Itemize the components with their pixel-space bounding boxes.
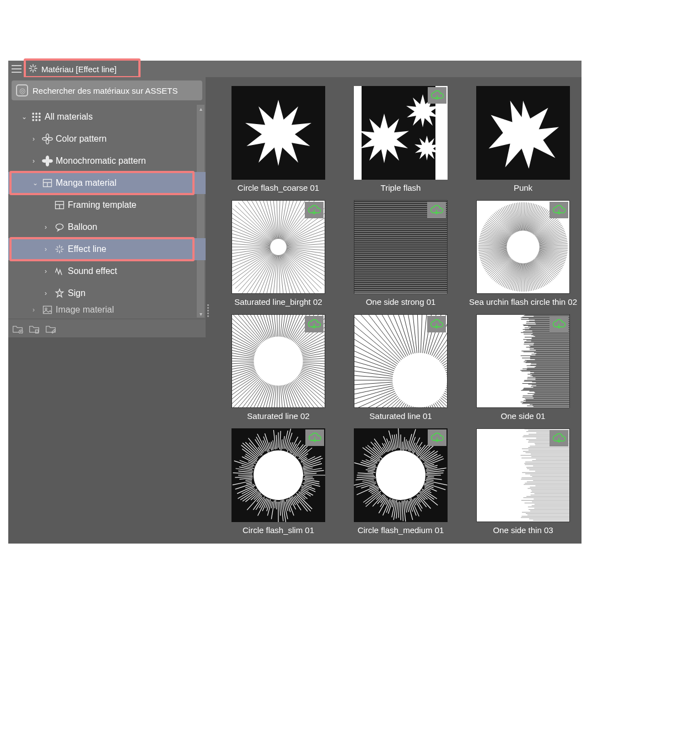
chevron-icon[interactable]: ›: [45, 223, 52, 231]
svg-line-84: [232, 252, 272, 282]
svg-line-55: [286, 251, 325, 275]
new-folder-icon[interactable]: [12, 322, 24, 335]
sparkle-icon: [53, 244, 66, 255]
thumbnail-item[interactable]: Circle flash_slim 01: [223, 428, 333, 535]
svg-line-589: [354, 314, 402, 360]
thumbnail-item[interactable]: One side thin 03: [468, 428, 578, 535]
cloud-download-icon[interactable]: [550, 316, 568, 332]
sound-icon: [53, 266, 66, 277]
tree-item-effect-line[interactable]: ›Effect line: [8, 238, 206, 260]
cloud-download-icon[interactable]: [550, 430, 568, 447]
tree-item-framing-template[interactable]: Framing template: [8, 194, 206, 216]
sparkle2-icon: [53, 288, 66, 299]
thumbnail-preview: [231, 314, 325, 408]
svg-line-572: [354, 389, 394, 408]
tree-item-label: Monochromatic pattern: [56, 156, 146, 166]
svg-line-803: [239, 478, 252, 480]
edit-folder-icon[interactable]: [45, 322, 57, 335]
svg-line-529: [303, 353, 325, 358]
tree-item-label: Sign: [68, 288, 85, 298]
svg-line-837: [281, 439, 282, 450]
svg-line-6: [30, 69, 32, 71]
chevron-icon[interactable]: ›: [45, 245, 52, 253]
tree-item-all-materials[interactable]: ⌄All materials: [8, 106, 206, 128]
thumbnail-preview: [354, 428, 448, 522]
svg-line-471: [232, 368, 255, 380]
svg-line-78: [249, 254, 274, 294]
svg-line-449: [277, 385, 278, 408]
chevron-icon[interactable]: ⌄: [33, 179, 40, 187]
tree-item-sound-effect[interactable]: ›Sound effect: [8, 260, 206, 282]
svg-line-584: [354, 329, 396, 368]
svg-line-119: [281, 200, 293, 239]
cloud-download-icon[interactable]: [550, 202, 568, 218]
thumbnail-label: Saturated line 02: [223, 411, 333, 421]
svg-line-555: [416, 407, 419, 408]
svg-line-96: [232, 234, 271, 245]
tree-item-label: Color pattern: [56, 134, 107, 144]
tree-item-manga-material[interactable]: ⌄Manga material: [8, 172, 206, 194]
tree-item-label: Framing template: [68, 200, 137, 210]
thumbnail-item[interactable]: Sea urchin flash circle thin 02: [468, 200, 578, 307]
svg-line-335: [480, 250, 507, 256]
panel-body: ◎ Rechercher des matériaux sur ASSETS ▴ …: [8, 77, 581, 544]
resize-handle[interactable]: [207, 304, 211, 317]
thumbnail-item[interactable]: Triple flash: [346, 86, 456, 192]
thumbnail-item[interactable]: Circle flash_coarse 01: [223, 86, 333, 192]
svg-line-474: [232, 364, 254, 368]
svg-line-978: [423, 455, 440, 464]
grid-icon: [30, 111, 42, 122]
svg-line-573: [354, 388, 394, 408]
cloud-download-icon[interactable]: [305, 316, 324, 332]
chevron-icon[interactable]: ›: [45, 289, 52, 297]
thumbnail-item[interactable]: Circle flash_medium 01: [346, 428, 456, 535]
svg-line-455: [255, 384, 270, 408]
svg-point-16: [39, 120, 41, 121]
tree-item-color-pattern[interactable]: ›Color pattern: [8, 128, 206, 150]
svg-line-779: [271, 502, 273, 508]
thumbnail-item[interactable]: Saturated line_birght 02: [223, 200, 333, 307]
chevron-icon[interactable]: ⌄: [21, 113, 29, 121]
tree-item-image-material[interactable]: ›Image material: [8, 304, 206, 315]
tree-item-monochromatic-pattern[interactable]: ›Monochromatic pattern: [8, 150, 206, 172]
svg-line-469: [232, 370, 256, 386]
svg-line-62: [283, 254, 311, 294]
cloud-download-icon[interactable]: [427, 316, 446, 332]
thumbnail-item[interactable]: Saturated line 01: [346, 314, 456, 421]
thumbnail-item[interactable]: Saturated line 02: [223, 314, 333, 421]
svg-line-375: [514, 203, 520, 231]
thumbnail-preview: [231, 86, 325, 180]
tree-item-sign[interactable]: ›Sign: [8, 282, 206, 304]
tree-item-balloon[interactable]: ›Balloon: [8, 216, 206, 238]
svg-line-65: [282, 255, 301, 294]
cloud-download-icon[interactable]: [305, 202, 324, 218]
cloud-download-icon[interactable]: [305, 429, 324, 446]
cloud-download-icon[interactable]: [427, 202, 446, 218]
chevron-icon[interactable]: ›: [45, 267, 52, 275]
svg-line-959: [403, 437, 405, 450]
chevron-icon[interactable]: ›: [33, 157, 40, 165]
cloud-download-icon[interactable]: [428, 87, 446, 104]
delete-folder-icon[interactable]: [28, 322, 40, 335]
thumbnail-item[interactable]: One side 01: [468, 314, 578, 421]
svg-line-79: [245, 254, 273, 294]
svg-line-551: [427, 407, 446, 408]
svg-line-448: [279, 385, 280, 408]
svg-line-481: [232, 343, 255, 354]
svg-line-945: [374, 439, 385, 453]
svg-line-483: [232, 336, 256, 352]
menu-icon[interactable]: [12, 65, 21, 73]
thumbnail-item[interactable]: Punk: [468, 86, 578, 192]
svg-line-67: [281, 255, 293, 294]
chevron-icon[interactable]: ›: [33, 135, 40, 143]
chevron-icon[interactable]: ›: [33, 306, 40, 314]
svg-line-976: [423, 451, 438, 460]
svg-line-51: [286, 249, 325, 260]
svg-line-536: [446, 388, 447, 408]
svg-line-524: [301, 336, 325, 352]
cloud-download-icon[interactable]: [428, 429, 446, 446]
thumbnail-item[interactable]: One side strong 01: [346, 200, 456, 307]
svg-line-951: [390, 441, 393, 451]
assets-search-button[interactable]: ◎ Rechercher des matériaux sur ASSETS: [12, 80, 202, 100]
svg-point-11: [33, 116, 34, 118]
